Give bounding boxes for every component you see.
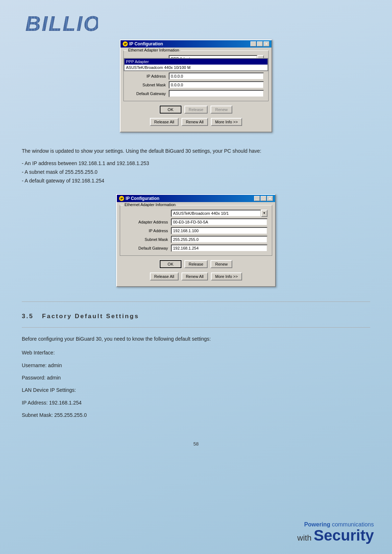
dialog1-gateway-value-cell <box>167 89 265 98</box>
dialog1-subnet-row: Subnet Mask <box>127 81 265 89</box>
dialog1-release-btn[interactable]: Release <box>184 106 208 114</box>
dialog2-adapter-value-cell <box>170 218 269 226</box>
dialog1-title-text: IP Configuration <box>129 41 163 46</box>
svg-text:IP: IP <box>121 197 123 200</box>
dialog2-ip-row: IP Address <box>123 226 269 235</box>
dialog2-dropdown-row: PPP Adapter. ASUSTeK/Broadcom 440x 10/1 … <box>123 209 269 218</box>
bullet-item-2: - A default gateway of 192.168.1.254 <box>22 177 370 185</box>
dialog2-titlebar-buttons: _ □ × <box>254 196 273 201</box>
section-number: 3.5 <box>22 313 34 320</box>
dialog2-close-btn[interactable]: × <box>267 196 273 201</box>
dialog2-more-info-btn[interactable]: More Info >> <box>211 272 242 280</box>
dialog2-ip-value-cell <box>170 226 269 235</box>
page-number: 58 <box>22 441 370 447</box>
dialog2-subnet-value-cell <box>170 235 269 244</box>
dialog2-dropdown-label-cell <box>123 209 170 218</box>
dialog1-icon: IP <box>123 41 128 46</box>
dialog1-release-all-btn[interactable]: Release All <box>150 118 179 126</box>
dialog2-gateway-value-cell <box>170 244 269 253</box>
dialog2-wrapper: IP IP Configuration _ □ × Ethernet Adapt… <box>22 194 370 294</box>
dialog2-gateway-input[interactable] <box>171 245 268 252</box>
dialog1-subnet-input[interactable] <box>169 81 264 89</box>
dialog2-buttons-row2: Release All Renew All More Info >> <box>120 271 272 282</box>
bullet-item-1: - A subnet mask of 255.255.255.0 <box>22 168 370 177</box>
dialog2-adapter-row: Adapter Address <box>123 218 269 226</box>
dialog2-maximize-btn[interactable]: □ <box>261 196 266 201</box>
dialog1-ip-input[interactable] <box>169 73 264 80</box>
dialog1-gateway-label: Default Gateway <box>127 89 167 98</box>
dialog2-select-wrapper: PPP Adapter. ASUSTeK/Broadcom 440x 10/1 … <box>171 210 268 217</box>
dialog1-dropdown-list: PPP Adapter ASUSTeK/Broadcom 440x 10/100… <box>124 58 268 71</box>
dialog2-release-btn[interactable]: Release <box>184 260 208 268</box>
setting-2: Password: admin <box>22 374 370 382</box>
setting-6: Subnet Mask: 255.255.255.0 <box>22 411 370 419</box>
svg-text:BILLION: BILLION <box>25 12 98 34</box>
setting-5: IP Address: 192.168.1.254 <box>22 399 370 407</box>
dialog1-dropdown-item-asus[interactable]: ASUSTeK/Broadcom 440x 10/100 M <box>124 65 268 70</box>
body-text-1: The window is updated to show your setti… <box>22 147 370 155</box>
dialog2-icon: IP <box>119 196 124 201</box>
dialog2-subnet-row: Subnet Mask <box>123 235 269 244</box>
dialog1-renew-all-btn[interactable]: Renew All <box>181 118 208 126</box>
brand-line2: with Security <box>297 528 374 543</box>
dialog2-dropdown-cell: PPP Adapter. ASUSTeK/Broadcom 440x 10/1 … <box>170 209 269 218</box>
dialog1-ok-btn[interactable]: OK <box>160 106 181 114</box>
bullet-item-0: - An IP address between 192.168.1.1 and … <box>22 159 370 168</box>
dialog1-ip-row: IP Address <box>127 72 265 81</box>
dialog2-subnet-input[interactable] <box>171 236 268 243</box>
dialog2-adapter-label: Adapter Address <box>123 218 170 226</box>
dialog1-gateway-input[interactable] <box>169 90 264 97</box>
dialog1-buttons-row1: OK Release Renew <box>123 104 269 115</box>
dialog2-renew-all-btn[interactable]: Renew All <box>181 272 208 280</box>
dialog2-buttons-row1: OK Release Renew <box>120 259 272 270</box>
bottom-branding: Powering communications with Security <box>297 521 374 543</box>
dialog1-dropdown-item-ppp-selected[interactable]: PPP Adapter <box>124 59 268 65</box>
dialog1-minimize-btn[interactable]: _ <box>250 41 256 46</box>
dialog1-ip-value-cell <box>167 72 265 81</box>
dialog2-body: Ethernet Adapter Information PPP Adapter… <box>117 202 275 286</box>
dialog1-subnet-value-cell <box>167 81 265 89</box>
dialog2-ip-label: IP Address <box>123 226 170 235</box>
dialog2-adapter-select[interactable]: PPP Adapter. ASUSTeK/Broadcom 440x 10/1 <box>171 210 261 217</box>
logo-area: BILLION BILLION <box>22 11 370 36</box>
dialog2-titlebar: IP IP Configuration _ □ × <box>117 195 275 202</box>
dialog2-title-text: IP Configuration <box>126 196 159 201</box>
svg-text:IP: IP <box>124 42 127 46</box>
dialog2-group-label: Ethernet Adapter Information <box>123 202 177 207</box>
dialog1-titlebar-buttons: _ □ × <box>250 41 269 46</box>
dialog1-more-info-btn[interactable]: More Info >> <box>211 118 242 126</box>
dialog1-group-label: Ethernet Adapter Information <box>127 48 181 52</box>
section-title: Factory Default Settings <box>42 313 139 320</box>
dialog1-maximize-btn[interactable]: □ <box>257 41 263 46</box>
dialog2-gateway-label: Default Gateway <box>123 244 170 253</box>
dialog2-ok-btn[interactable]: OK <box>160 260 181 268</box>
brand-security: Security <box>314 527 374 544</box>
dialog1-dropdown-cell: PPP Adapter. PPP Adapter ASUSTeK/Broadco… <box>167 54 265 63</box>
dialog1-body: Ethernet Adapter Information PPP Adapter… <box>121 48 271 132</box>
setting-1: Username: admin <box>22 361 370 369</box>
dialog1-ip-label: IP Address <box>127 72 167 81</box>
default-settings-list: Web Interface: Username: admin Password:… <box>22 349 370 419</box>
dialog1-form-table: PPP Adapter. PPP Adapter ASUSTeK/Broadco… <box>127 54 265 98</box>
dialog2-form-table: PPP Adapter. ASUSTeK/Broadcom 440x 10/1 … <box>123 209 269 253</box>
dialog1-dropdown-row: PPP Adapter. PPP Adapter ASUSTeK/Broadco… <box>127 54 265 63</box>
dialog2-renew-btn[interactable]: Renew <box>211 260 232 268</box>
dialog1: IP IP Configuration _ □ × Ethernet Adapt… <box>120 40 272 132</box>
setting-0: Web Interface: <box>22 349 370 357</box>
dialog2-gateway-row: Default Gateway <box>123 244 269 253</box>
dialog2-ip-input[interactable] <box>171 227 268 234</box>
dialog2-select-dropdown-btn[interactable]: ▼ <box>261 210 268 217</box>
dialog2-release-all-btn[interactable]: Release All <box>150 272 179 280</box>
dialog1-groupbox: Ethernet Adapter Information PPP Adapter… <box>123 50 269 101</box>
dialog1-titlebar: IP IP Configuration _ □ × <box>121 40 271 48</box>
dialog2-title-left: IP IP Configuration <box>119 196 159 201</box>
brand-with: with <box>297 533 314 542</box>
bullet-list: - An IP address between 192.168.1.1 and … <box>22 159 370 185</box>
dialog1-subnet-label: Subnet Mask <box>127 81 167 89</box>
dialog1-renew-btn[interactable]: Renew <box>211 106 232 114</box>
dialog2-adapter-input[interactable] <box>171 218 268 226</box>
dialog1-close-btn[interactable]: × <box>264 41 269 46</box>
dialog2: IP IP Configuration _ □ × Ethernet Adapt… <box>116 194 276 287</box>
dialog1-gateway-row: Default Gateway <box>127 89 265 98</box>
dialog2-minimize-btn[interactable]: _ <box>254 196 260 201</box>
